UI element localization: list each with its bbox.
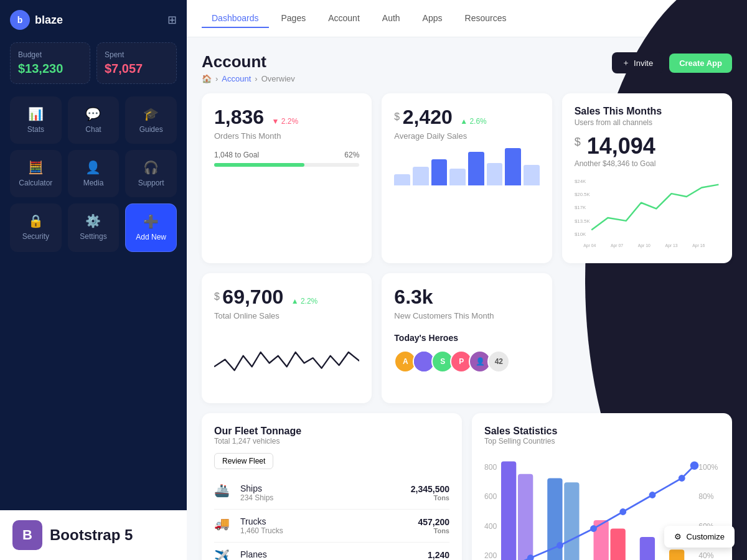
- breadcrumb-overwiev: Overwiev: [261, 74, 295, 83]
- total-online-number: 69,700: [222, 286, 283, 308]
- progress-pct: 62%: [344, 151, 359, 159]
- nav-pages[interactable]: Pages: [271, 9, 316, 28]
- svg-text:Apr 10: Apr 10: [637, 243, 650, 248]
- invite-button[interactable]: ＋ Invite: [612, 52, 663, 73]
- support-label: Support: [138, 179, 164, 187]
- support-icon: 🎧: [143, 160, 159, 175]
- breadcrumb: 🏠 › Account › Overwiev: [202, 74, 295, 83]
- sidebar-item-calculator[interactable]: 🧮 Calculator: [10, 150, 62, 197]
- top-nav: Dashboards Pages Account Auth Apps Resou…: [187, 0, 747, 37]
- menu-icon[interactable]: ⊞: [167, 13, 177, 27]
- svg-text:80%: 80%: [698, 492, 714, 501]
- svg-text:600: 600: [484, 492, 497, 501]
- sidebar-item-security[interactable]: 🔒 Security: [10, 203, 62, 252]
- progress-bar: [214, 163, 359, 167]
- ships-count: 234 Ships: [240, 493, 273, 502]
- nav-grid: 📊 Stats 💬 Chat 🎓 Guides 🧮 Calculator 👤 M…: [10, 96, 177, 252]
- sales-month-title: Sales This Months: [575, 106, 720, 117]
- security-icon: 🔒: [28, 213, 44, 228]
- ships-icon: 🚢: [214, 483, 234, 503]
- nav-auth[interactable]: Auth: [372, 9, 410, 28]
- svg-text:Apr 16: Apr 16: [692, 243, 705, 248]
- calculator-label: Calculator: [19, 179, 52, 187]
- invite-plus-icon: ＋: [622, 57, 630, 68]
- sales-stats-title: Sales Statistics: [484, 426, 720, 437]
- sidebar-header: b blaze ⊞: [10, 10, 177, 30]
- security-label: Security: [22, 232, 49, 241]
- nav-dashboards[interactable]: Dashboards: [202, 9, 269, 28]
- create-app-button[interactable]: Create App: [669, 54, 732, 73]
- sidebar-item-chat[interactable]: 💬 Chat: [68, 96, 120, 144]
- trucks-count: 1,460 Trucks: [240, 526, 283, 535]
- new-customers-card: 6.3k New Customers This Month Today's He…: [382, 273, 552, 403]
- heroes-title: Today's Heroes: [394, 333, 539, 343]
- svg-text:$20.5K: $20.5K: [575, 192, 590, 197]
- guides-icon: 🎓: [143, 106, 159, 121]
- nav-account[interactable]: Account: [318, 9, 370, 28]
- review-fleet-button[interactable]: Review Fleet: [214, 453, 273, 469]
- svg-text:400: 400: [484, 522, 497, 531]
- sidebar: b blaze ⊞ Budget $13,230 Spent $7,057 📊 …: [0, 0, 187, 560]
- sidebar-item-support[interactable]: 🎧 Support: [125, 150, 177, 197]
- sales-stats-sub: Top Selling Countries: [484, 437, 720, 446]
- budget-value: $13,230: [18, 62, 82, 76]
- bar-8: [524, 165, 540, 185]
- fleet-row-planes: ✈️ Planes 8 Aircrafts 1,240 Tons: [214, 543, 449, 560]
- add-new-label: Add New: [136, 233, 166, 241]
- logo-icon: b: [10, 10, 30, 30]
- total-online-label: Total Online Sales: [214, 311, 359, 320]
- svg-rect-19: [518, 474, 533, 560]
- svg-text:40%: 40%: [698, 551, 714, 560]
- sidebar-item-settings[interactable]: ⚙️ Settings: [68, 203, 120, 252]
- svg-rect-23: [611, 529, 626, 561]
- line-chart-svg: $24K $20.5K $17K $13.5K $10K Apr 04 Apr …: [575, 175, 720, 248]
- calculator-icon: 🧮: [28, 160, 44, 175]
- spent-card: Spent $7,057: [96, 42, 177, 84]
- total-online-prefix: $: [214, 291, 220, 301]
- progress-goal-label: 1,048 to Goal: [214, 151, 259, 159]
- svg-rect-25: [669, 549, 684, 560]
- customize-button[interactable]: ⚙ Customize: [664, 526, 735, 548]
- svg-text:Apr 04: Apr 04: [583, 243, 596, 248]
- chat-icon: 💬: [85, 106, 101, 121]
- svg-point-29: [590, 525, 597, 532]
- breadcrumb-account[interactable]: Account: [222, 74, 251, 83]
- sales-month-card: Sales This Months Users from all channel…: [562, 93, 732, 263]
- daily-sales-chart: [394, 148, 539, 185]
- svg-point-33: [690, 462, 699, 470]
- svg-text:Apr 13: Apr 13: [665, 243, 677, 248]
- bootstrap-icon: B: [12, 520, 42, 550]
- progress-fill: [214, 163, 304, 167]
- sidebar-item-media[interactable]: 👤 Media: [68, 150, 120, 197]
- nav-apps[interactable]: Apps: [413, 9, 453, 28]
- svg-text:800: 800: [484, 463, 497, 472]
- orders-number: 1,836: [214, 106, 264, 128]
- orders-label: Orders This Month: [214, 131, 359, 141]
- bar-3: [431, 159, 448, 185]
- daily-sales-prefix: $: [394, 111, 400, 122]
- svg-rect-24: [640, 537, 655, 560]
- sidebar-item-add-new[interactable]: ➕ Add New: [125, 203, 177, 252]
- orders-progress: 1,048 to Goal 62%: [214, 151, 359, 167]
- sales-line-chart: $24K $20.5K $17K $13.5K $10K Apr 04 Apr …: [575, 175, 720, 251]
- search-button[interactable]: 🔍: [680, 7, 702, 30]
- bar-2: [413, 167, 429, 185]
- settings-label: Settings: [80, 232, 106, 241]
- chat-label: Chat: [85, 125, 101, 134]
- sidebar-item-guides[interactable]: 🎓 Guides: [125, 96, 177, 144]
- svg-text:$13.5K: $13.5K: [575, 218, 590, 224]
- spent-value: $7,057: [105, 62, 169, 76]
- svg-text:100%: 100%: [698, 463, 718, 472]
- guides-label: Guides: [139, 125, 163, 134]
- svg-rect-18: [501, 462, 516, 561]
- trucks-icon: 🚚: [214, 516, 234, 536]
- bar-4: [449, 169, 466, 185]
- sidebar-item-stats[interactable]: 📊 Stats: [10, 96, 62, 144]
- fleet-title: Our Fleet Tonnage: [214, 426, 449, 437]
- svg-point-31: [649, 492, 656, 498]
- bar-5: [468, 152, 484, 185]
- right-spacer: [562, 273, 732, 403]
- sales-month-sub: Users from all channels: [575, 118, 720, 127]
- nav-resources[interactable]: Resources: [455, 9, 517, 28]
- user-avatar[interactable]: 👤: [710, 7, 732, 30]
